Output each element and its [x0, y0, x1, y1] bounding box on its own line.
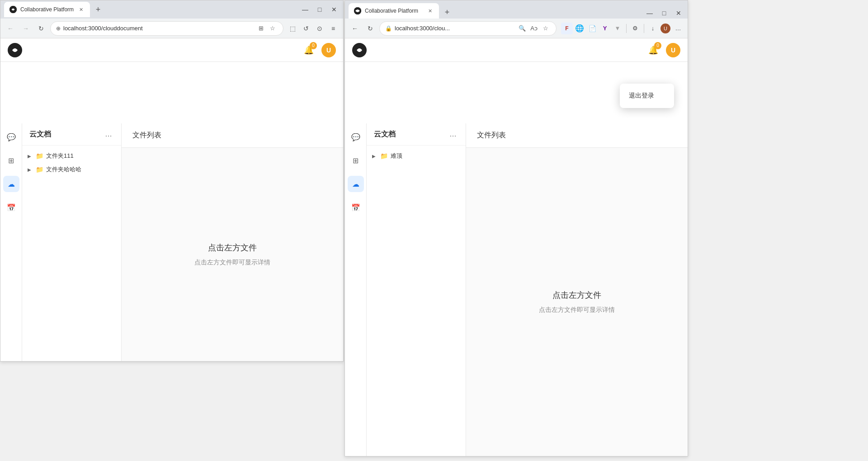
app-header-left: 🔔 0 U: [0, 38, 343, 62]
address-input-left[interactable]: ⊕ localhost:3000/clouddocument ⊞ ☆: [50, 21, 283, 36]
app-header-right: 🔔 0 U 退出登录: [345, 38, 688, 62]
close-btn-right[interactable]: ✕: [673, 8, 684, 19]
minimize-btn-right[interactable]: —: [644, 8, 655, 19]
edge-icon[interactable]: 🌐: [574, 23, 585, 34]
app-header-right-left: 🔔 0 U: [302, 43, 336, 57]
empty-title-right: 点击左方文件: [552, 290, 601, 301]
logout-btn[interactable]: 退出登录: [620, 87, 674, 104]
tree-item-0-right[interactable]: ▶ 📁 难顶: [367, 149, 466, 163]
content-empty-left: 点击左方文件 点击左方文件即可显示详情: [122, 148, 343, 361]
back-btn-left[interactable]: ←: [4, 22, 17, 35]
file-tree-list-right: ▶ 📁 难顶: [367, 146, 466, 456]
empty-subtitle-right: 点击左方文件即可显示详情: [539, 306, 615, 314]
file-tree-list-left: ▶ 📁 文件夹111 ▶ 📁 文件夹哈哈哈: [22, 146, 121, 361]
file-tree-left: 云文档 … ▶ 📁 文件夹111 ▶ 📁 文件夹哈哈哈: [22, 123, 122, 361]
address-search-icon: 🔍 Aↄ ☆: [517, 24, 551, 33]
toolbar-divider2: [644, 24, 644, 33]
forward-btn-left[interactable]: →: [19, 22, 32, 35]
screenshot-icon[interactable]: ⬚: [286, 22, 299, 35]
lock-icon-right: 🔒: [385, 25, 392, 32]
tab-close-right[interactable]: ✕: [426, 7, 434, 14]
menu-icon-left[interactable]: ≡: [327, 22, 340, 35]
download-icon[interactable]: ↓: [647, 23, 659, 34]
file-tree-header-left: 云文档 …: [22, 123, 121, 146]
notification-btn-right[interactable]: 🔔 0: [646, 43, 660, 57]
tab-favicon-right: [354, 7, 361, 14]
app-logo-right[interactable]: [352, 43, 367, 57]
sidebar-grid-right[interactable]: ⊞: [348, 152, 364, 169]
fav-icon-right[interactable]: ☆: [541, 24, 551, 33]
content-empty-right: 点击左方文件 点击左方文件即可显示详情: [466, 148, 688, 456]
user-avatar-left[interactable]: U: [321, 43, 336, 57]
file-tree-more-left[interactable]: …: [103, 129, 114, 140]
sidebar-cloud-left[interactable]: ☁: [3, 176, 19, 192]
notification-btn-left[interactable]: 🔔 0: [302, 43, 316, 57]
content-header-right: 文件列表: [466, 123, 688, 148]
sidebar-calendar-left[interactable]: 📅: [3, 199, 19, 216]
sidebar-chat-left[interactable]: 💬: [3, 129, 19, 145]
tree-label-1: 文件夹哈哈哈: [46, 165, 81, 174]
search-icon-right[interactable]: 🔍: [517, 24, 527, 33]
file-tree-right: 云文档 … ▶ 📁 难顶: [367, 123, 466, 456]
sidebar-calendar-right[interactable]: 📅: [348, 199, 364, 216]
sidebar-chat-right[interactable]: 💬: [348, 129, 364, 145]
browser-window-left: Collaborative Platform ✕ + — □ ✕ ← → ↻ ⊕…: [0, 0, 344, 362]
tree-item-1-left[interactable]: ▶ 📁 文件夹哈哈哈: [22, 163, 121, 176]
refresh-btn-right[interactable]: ↻: [364, 22, 377, 35]
new-tab-btn-right[interactable]: +: [441, 6, 453, 19]
folder-icon-1: 📁: [36, 166, 43, 173]
main-layout-right: 💬 ⊞ ☁ 📅 云文档 … ▶ 📁 难顶 文件列表 点击左方文件: [345, 123, 688, 456]
undo-icon[interactable]: ↺: [300, 22, 312, 35]
plugin-icon[interactable]: ⊙: [313, 22, 326, 35]
window-controls-left: — □ ✕: [300, 4, 340, 15]
fluent-icon[interactable]: F: [561, 23, 573, 34]
tab-right[interactable]: Collaborative Platform ✕: [349, 3, 439, 19]
folder-icon-0: 📁: [36, 152, 43, 160]
tab-bar-right: Collaborative Platform ✕ + — □ ✕: [345, 0, 688, 19]
app-header-right-right: 🔔 0 U: [646, 43, 680, 57]
sidebar-grid-left[interactable]: ⊞: [3, 152, 19, 169]
refresh-btn-left[interactable]: ↻: [35, 22, 47, 35]
tab-title-right: Collaborative Platform: [365, 8, 423, 14]
read-mode-icon[interactable]: Aↄ: [529, 24, 539, 33]
maximize-btn-left[interactable]: □: [314, 4, 325, 15]
main-content-left: 文件列表 点击左方文件 点击左方文件即可显示详情: [122, 123, 343, 361]
address-input-right[interactable]: 🔒 localhost:3000/clou... 🔍 Aↄ ☆: [379, 21, 557, 36]
new-tab-btn-left[interactable]: +: [92, 3, 104, 16]
lock-icon-left: ⊕: [56, 25, 61, 32]
sidebar-cloud-right[interactable]: ☁: [348, 176, 364, 192]
browser-window-right: Collaborative Platform ✕ + — □ ✕ ← ↻ 🔒 l…: [344, 0, 688, 456]
extra-toolbar-right: F 🌐 📄 Y ▼ ⚙ ↓ U …: [561, 23, 684, 34]
url-text-right: localhost:3000/clou...: [395, 25, 514, 32]
settings-icon[interactable]: ⚙: [629, 23, 641, 34]
acrobat-icon[interactable]: 📄: [586, 23, 598, 34]
tree-item-0-left[interactable]: ▶ 📁 文件夹111: [22, 149, 121, 163]
user-profile-icon[interactable]: U: [660, 23, 671, 34]
window-controls-right: — □ ✕: [644, 8, 684, 19]
tab-title-left: Collaborative Platform: [20, 6, 74, 13]
tree-arrow-0: ▶: [28, 154, 33, 159]
file-tree-title-right: 云文档: [374, 130, 396, 139]
star-icon[interactable]: ☆: [268, 24, 278, 33]
app-logo-left[interactable]: [8, 43, 22, 57]
maximize-btn-right[interactable]: □: [659, 8, 670, 19]
minimize-btn-left[interactable]: —: [300, 4, 311, 15]
filter-icon[interactable]: ▼: [612, 23, 623, 34]
tab-left[interactable]: Collaborative Platform ✕: [4, 2, 90, 17]
user-avatar-right[interactable]: U: [666, 43, 680, 57]
extensions-icon[interactable]: ⊞: [256, 24, 266, 33]
yahoo-icon[interactable]: Y: [599, 23, 611, 34]
tab-bar-left: Collaborative Platform ✕ + — □ ✕: [0, 0, 343, 19]
empty-title-left: 点击左方文件: [208, 242, 257, 253]
back-btn-right[interactable]: ←: [349, 22, 361, 35]
tree-label-0: 文件夹111: [46, 152, 74, 160]
folder-icon-r0: 📁: [380, 152, 388, 160]
file-tree-header-right: 云文档 …: [367, 123, 466, 146]
empty-subtitle-left: 点击左方文件即可显示详情: [194, 259, 270, 267]
close-btn-left[interactable]: ✕: [329, 4, 340, 15]
main-content-right: 文件列表 点击左方文件 点击左方文件即可显示详情: [466, 123, 688, 456]
file-tree-more-right[interactable]: …: [448, 129, 458, 140]
edge-menu-icon[interactable]: …: [672, 23, 684, 34]
tab-close-left[interactable]: ✕: [77, 6, 85, 13]
tab-favicon-left: [9, 6, 17, 13]
